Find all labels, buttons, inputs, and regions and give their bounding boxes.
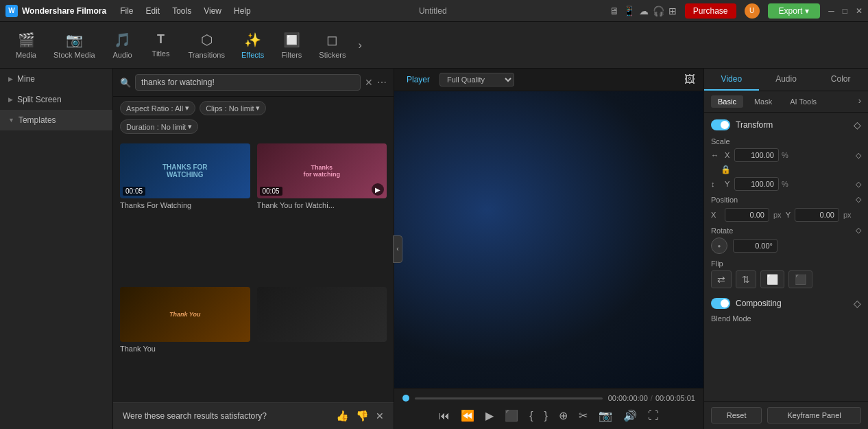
menu-tools[interactable]: Tools [167,3,197,19]
pos-y-input[interactable] [795,208,839,222]
close-icon[interactable]: ✕ [856,6,863,16]
play-button[interactable]: ▶ [483,408,496,424]
toolbar-stickers[interactable]: ◻ Stickers [312,27,352,63]
keyframe-panel-button[interactable]: Keyframe Panel [767,407,861,424]
quality-select[interactable]: Full Quality Half Quality Quarter Qualit… [439,73,514,86]
collapse-panel-button[interactable]: ‹ [393,235,402,263]
play-icon: ▶ [372,183,384,196]
toolbar-stock-media[interactable]: 📷 Stock Media [47,27,102,63]
thumbs-down-icon[interactable]: 👎 [356,410,369,422]
player-header: Player Full Quality Half Quality Quarter… [394,69,703,91]
scale-y-input[interactable]: 100.00 [734,177,779,191]
list-item[interactable]: Thanksfor watching 00:05 ▶ Thank You for… [257,143,387,280]
compositing-keyframe-icon[interactable]: ◇ [854,298,861,309]
export-button[interactable]: Export ▾ [768,3,821,19]
scale-x-keyframe[interactable]: ◇ [856,151,861,160]
progress-track[interactable] [415,397,603,399]
stop-button[interactable]: ⬛ [502,408,521,424]
position-label: Position [711,196,856,204]
app-logo-icon: W [5,5,18,17]
rotate-header: Rotate ◇ [711,226,861,235]
monitor-icon[interactable]: 🖥 [610,5,619,16]
toolbar-media-label: Media [16,51,36,59]
toolbar-audio[interactable]: 🎵 Audio [105,27,141,63]
thumbs-up-icon[interactable]: 👍 [336,410,349,422]
left-panel-mine[interactable]: ▶ Mine [0,69,112,89]
rotate-group: Rotate ◇ ● [711,226,861,254]
right-tabs: Video Audio Color [704,69,868,91]
sub-tabs-more-icon[interactable]: › [858,95,861,108]
skip-back-icon[interactable]: ⏮ [436,408,453,424]
flip-v-button[interactable]: ⇅ [736,270,756,288]
stickers-icon: ◻ [326,32,338,48]
pos-x-input[interactable] [725,208,769,222]
fullscreen-icon[interactable]: ⛶ [645,408,662,424]
grid-icon[interactable]: ⊞ [668,5,677,16]
screenshot-icon[interactable]: 🖼 [684,73,695,86]
headset-icon[interactable]: 🎧 [653,5,664,16]
menu-view[interactable]: View [198,3,227,19]
tab-video[interactable]: Video [704,69,759,91]
transform-toggle[interactable] [711,119,730,130]
flip-3-button[interactable]: ⬜ [760,270,784,288]
sub-tab-mask[interactable]: Mask [747,95,779,108]
menu-edit[interactable]: Edit [140,3,165,19]
maximize-icon[interactable]: □ [843,6,847,16]
feedback-close-icon[interactable]: ✕ [376,410,384,421]
avatar[interactable]: U [745,3,760,19]
tab-audio[interactable]: Audio [759,69,814,91]
chevron-down-icon: ▾ [188,122,192,131]
tab-color[interactable]: Color [813,69,868,91]
split-icon[interactable]: ✂ [576,408,590,424]
mark-out-icon[interactable]: } [542,408,551,424]
add-marker-icon[interactable]: ⊕ [556,408,570,424]
left-panel-split-screen[interactable]: ▶ Split Screen [0,89,112,110]
reset-button[interactable]: Reset [711,407,762,424]
scale-x-input[interactable]: 100.00 [734,148,779,162]
flip-h-button[interactable]: ⇄ [711,270,732,288]
clips-filter[interactable]: Clips : No limit ▾ [200,101,266,115]
toolbar-filters-label: Filters [281,51,302,59]
scale-y-keyframe[interactable]: ◇ [856,180,861,189]
menu-file[interactable]: File [114,3,138,19]
minimize-icon[interactable]: ─ [828,6,834,16]
aspect-ratio-filter[interactable]: Aspect Ratio : All ▾ [120,101,195,115]
sub-tab-ai-tools[interactable]: AI Tools [783,95,823,108]
toolbar-filters[interactable]: 🔲 Filters [274,27,309,63]
toolbar-media[interactable]: 🎬 Media [8,27,44,63]
purchase-button[interactable]: Purchase [685,3,736,19]
toolbar-audio-label: Audio [112,51,132,59]
frame-back-icon[interactable]: ⏪ [458,408,477,424]
position-keyframe[interactable]: ◇ [856,195,861,204]
toolbar-more-arrow[interactable]: › [355,36,364,54]
toolbar-transitions[interactable]: ⬡ Transitions [182,27,232,63]
topbar-icons: 🖥 📱 ☁ 🎧 ⊞ [610,5,677,16]
menu-help[interactable]: Help [228,3,256,19]
cloud-icon[interactable]: ☁ [639,5,649,16]
duration-filter[interactable]: Duration : No limit ▾ [120,119,198,134]
search-input[interactable] [135,74,361,91]
snapshot-icon[interactable]: 📷 [596,408,615,424]
sub-tab-basic[interactable]: Basic [711,95,743,108]
phone-icon[interactable]: 📱 [623,5,635,16]
list-item[interactable]: THANKS FORWATCHING 00:05 Thanks For Watc… [120,143,250,280]
playhead-dot[interactable] [402,395,409,402]
search-more-icon[interactable]: ⋯ [377,77,387,88]
rotate-input[interactable] [733,239,777,253]
search-clear-icon[interactable]: ✕ [365,77,373,88]
rotate-knob[interactable]: ● [711,237,727,254]
video-preview [394,91,703,388]
audio-icon[interactable]: 🔊 [620,408,640,424]
position-group: Position ◇ X px Y px [711,195,861,222]
left-panel-templates[interactable]: ▼ Templates [0,110,112,130]
app-name: Wondershare Filmora [22,6,106,16]
toolbar-titles[interactable]: T Titles [143,28,179,62]
stock-media-icon: 📷 [66,32,83,48]
transform-keyframe-icon[interactable]: ◇ [854,119,861,130]
toolbar-effects[interactable]: ✨ Effects [234,27,271,63]
flip-4-button[interactable]: ⬛ [788,270,812,288]
mark-in-icon[interactable]: { [527,408,535,424]
rotate-keyframe[interactable]: ◇ [856,226,861,235]
lock-icon[interactable]: 🔒 [721,165,731,174]
compositing-toggle[interactable] [711,298,730,309]
